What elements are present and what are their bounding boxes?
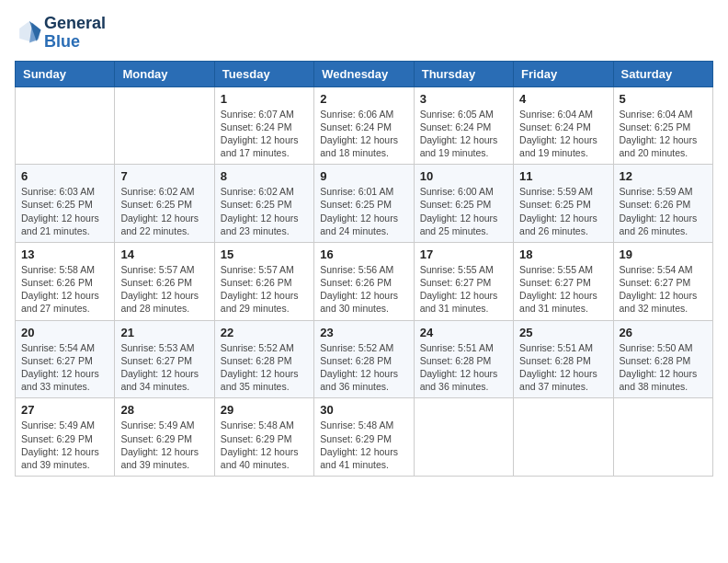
day-info: Sunrise: 6:02 AMSunset: 6:25 PMDaylight:… [120,185,208,237]
day-info: Sunrise: 5:49 AMSunset: 6:29 PMDaylight:… [120,419,208,471]
day-info: Sunrise: 6:05 AMSunset: 6:24 PMDaylight:… [420,108,507,160]
calendar-cell: 6Sunrise: 6:03 AMSunset: 6:25 PMDaylight… [16,165,115,243]
day-info: Sunrise: 6:01 AMSunset: 6:25 PMDaylight:… [320,185,407,237]
day-number: 20 [21,326,108,339]
day-info: Sunrise: 5:55 AMSunset: 6:27 PMDaylight:… [519,263,607,316]
day-info: Sunrise: 5:57 AMSunset: 6:26 PMDaylight:… [120,263,208,316]
calendar-cell [16,86,115,165]
day-number: 27 [21,403,108,417]
day-info: Sunrise: 5:48 AMSunset: 6:29 PMDaylight:… [320,419,407,471]
calendar-cell: 18Sunrise: 5:55 AMSunset: 6:27 PMDayligh… [514,242,613,320]
day-number: 16 [320,247,407,261]
day-info: Sunrise: 6:03 AMSunset: 6:25 PMDaylight:… [21,185,108,237]
calendar-cell: 2Sunrise: 6:06 AMSunset: 6:24 PMDaylight… [314,86,414,165]
day-number: 7 [120,169,208,183]
calendar-cell: 23Sunrise: 5:52 AMSunset: 6:28 PMDayligh… [314,320,414,398]
calendar-cell: 15Sunrise: 5:57 AMSunset: 6:26 PMDayligh… [214,242,313,320]
day-number: 8 [221,169,308,183]
day-number: 23 [320,326,407,339]
day-info: Sunrise: 5:54 AMSunset: 6:27 PMDaylight:… [21,341,108,394]
day-info: Sunrise: 6:04 AMSunset: 6:25 PMDaylight:… [620,108,707,160]
calendar-cell: 14Sunrise: 5:57 AMSunset: 6:26 PMDayligh… [115,242,214,320]
logo-icon [17,18,42,44]
day-info: Sunrise: 6:02 AMSunset: 6:25 PMDaylight:… [221,185,308,237]
day-info: Sunrise: 6:00 AMSunset: 6:25 PMDaylight:… [420,185,507,237]
calendar-cell: 11Sunrise: 5:59 AMSunset: 6:25 PMDayligh… [514,165,613,243]
day-info: Sunrise: 5:50 AMSunset: 6:28 PMDaylight:… [620,341,707,394]
calendar-table: Sunday Monday Tuesday Wednesday Thursday… [15,61,713,477]
calendar-week-4: 20Sunrise: 5:54 AMSunset: 6:27 PMDayligh… [16,320,713,398]
col-friday: Friday [514,61,613,86]
day-number: 10 [420,169,507,183]
calendar-cell: 17Sunrise: 5:55 AMSunset: 6:27 PMDayligh… [414,242,513,320]
day-number: 19 [620,247,707,261]
calendar-cell: 27Sunrise: 5:49 AMSunset: 6:29 PMDayligh… [16,398,115,477]
day-info: Sunrise: 6:07 AMSunset: 6:24 PMDaylight:… [221,108,308,160]
col-sunday: Sunday [16,61,115,86]
day-info: Sunrise: 5:52 AMSunset: 6:28 PMDaylight:… [320,341,407,394]
day-number: 4 [519,92,607,106]
calendar-week-2: 6Sunrise: 6:03 AMSunset: 6:25 PMDaylight… [16,165,713,243]
day-number: 26 [620,326,707,339]
logo-text: GeneralBlue [44,15,106,52]
day-number: 29 [221,403,308,417]
day-info: Sunrise: 5:53 AMSunset: 6:27 PMDaylight:… [120,341,208,394]
calendar-cell: 24Sunrise: 5:51 AMSunset: 6:28 PMDayligh… [414,320,513,398]
day-number: 15 [221,247,308,261]
calendar-body: 1Sunrise: 6:07 AMSunset: 6:24 PMDaylight… [16,86,713,476]
day-number: 25 [519,326,607,339]
day-info: Sunrise: 5:54 AMSunset: 6:27 PMDaylight:… [620,263,707,316]
day-number: 14 [120,247,208,261]
day-info: Sunrise: 5:48 AMSunset: 6:29 PMDaylight:… [221,419,308,471]
day-number: 24 [420,326,507,339]
calendar-cell: 30Sunrise: 5:48 AMSunset: 6:29 PMDayligh… [314,398,414,477]
calendar-week-5: 27Sunrise: 5:49 AMSunset: 6:29 PMDayligh… [16,398,713,477]
day-number: 2 [320,92,407,106]
calendar-cell: 7Sunrise: 6:02 AMSunset: 6:25 PMDaylight… [115,165,214,243]
day-number: 28 [120,403,208,417]
calendar-cell: 13Sunrise: 5:58 AMSunset: 6:26 PMDayligh… [16,242,115,320]
col-saturday: Saturday [613,61,712,86]
calendar-cell: 1Sunrise: 6:07 AMSunset: 6:24 PMDaylight… [214,86,313,165]
col-thursday: Thursday [414,61,513,86]
calendar-cell: 22Sunrise: 5:52 AMSunset: 6:28 PMDayligh… [214,320,313,398]
calendar-cell: 26Sunrise: 5:50 AMSunset: 6:28 PMDayligh… [613,320,712,398]
calendar-week-1: 1Sunrise: 6:07 AMSunset: 6:24 PMDaylight… [16,86,713,165]
day-info: Sunrise: 5:55 AMSunset: 6:27 PMDaylight:… [420,263,507,316]
day-info: Sunrise: 6:06 AMSunset: 6:24 PMDaylight:… [320,108,407,160]
col-wednesday: Wednesday [314,61,414,86]
day-number: 11 [519,169,607,183]
day-info: Sunrise: 5:57 AMSunset: 6:26 PMDaylight:… [221,263,308,316]
day-number: 1 [221,92,308,106]
day-info: Sunrise: 5:49 AMSunset: 6:29 PMDaylight:… [21,419,108,471]
calendar-cell: 4Sunrise: 6:04 AMSunset: 6:24 PMDaylight… [514,86,613,165]
calendar-cell: 16Sunrise: 5:56 AMSunset: 6:26 PMDayligh… [314,242,414,320]
calendar-week-3: 13Sunrise: 5:58 AMSunset: 6:26 PMDayligh… [16,242,713,320]
day-number: 9 [320,169,407,183]
day-number: 13 [21,247,108,261]
day-info: Sunrise: 5:58 AMSunset: 6:26 PMDaylight:… [21,263,108,316]
day-info: Sunrise: 5:59 AMSunset: 6:26 PMDaylight:… [620,185,707,237]
logo: GeneralBlue [15,15,106,52]
day-number: 5 [620,92,707,106]
calendar-cell [115,86,214,165]
day-info: Sunrise: 5:56 AMSunset: 6:26 PMDaylight:… [320,263,407,316]
day-number: 21 [120,326,208,339]
day-number: 12 [620,169,707,183]
calendar-cell: 5Sunrise: 6:04 AMSunset: 6:25 PMDaylight… [613,86,712,165]
day-number: 22 [221,326,308,339]
calendar-cell: 10Sunrise: 6:00 AMSunset: 6:25 PMDayligh… [414,165,513,243]
day-info: Sunrise: 5:51 AMSunset: 6:28 PMDaylight:… [420,341,507,394]
col-tuesday: Tuesday [214,61,313,86]
calendar-cell: 20Sunrise: 5:54 AMSunset: 6:27 PMDayligh… [16,320,115,398]
day-number: 6 [21,169,108,183]
calendar-cell: 9Sunrise: 6:01 AMSunset: 6:25 PMDaylight… [314,165,414,243]
calendar-cell [414,398,513,477]
day-number: 18 [519,247,607,261]
calendar-cell: 21Sunrise: 5:53 AMSunset: 6:27 PMDayligh… [115,320,214,398]
day-number: 30 [320,403,407,417]
day-number: 3 [420,92,507,106]
calendar-cell [613,398,712,477]
calendar-cell: 19Sunrise: 5:54 AMSunset: 6:27 PMDayligh… [613,242,712,320]
calendar-header-row: Sunday Monday Tuesday Wednesday Thursday… [16,61,713,86]
